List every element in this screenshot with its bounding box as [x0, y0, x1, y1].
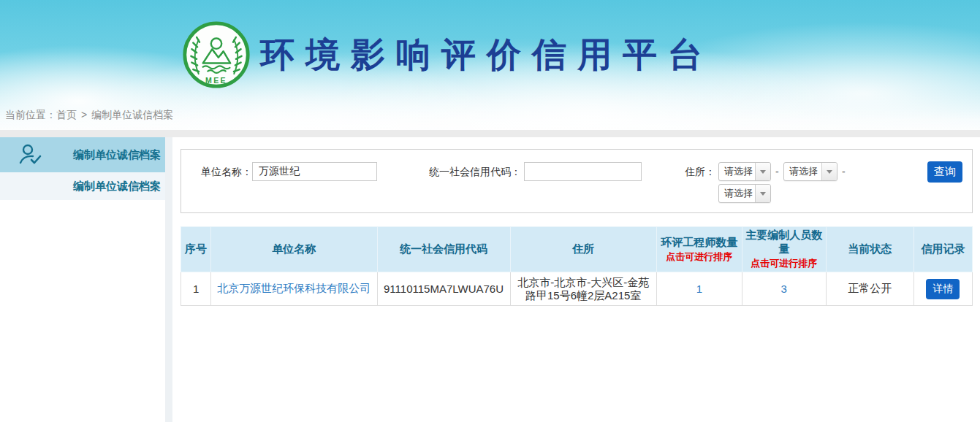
query-button[interactable]: 查询 [927, 161, 962, 183]
col-header-engineer-label: 环评工程师数量 [661, 236, 737, 248]
breadcrumb-prefix: 当前位置： [5, 109, 56, 120]
sort-hint: 点击可进行排序 [660, 250, 739, 264]
user-check-icon [18, 142, 42, 167]
results-table: 序号 单位名称 统一社会信用代码 住所 环评工程师数量 点击可进行排序 主要编制… [181, 226, 973, 306]
selected-option: 请选择 [719, 163, 755, 180]
col-header-staff-count-sortable[interactable]: 主要编制人员数量 点击可进行排序 [742, 227, 826, 272]
address-city-select[interactable]: 请选择 [783, 162, 837, 181]
selected-option: 请选择 [719, 185, 755, 202]
credit-code-input[interactable] [524, 162, 642, 181]
company-name-link[interactable]: 北京万源世纪环保科技有限公司 [217, 282, 371, 294]
col-header-company: 单位名称 [211, 227, 377, 272]
chevron-down-icon [755, 185, 770, 202]
sort-hint: 点击可进行排序 [745, 257, 823, 270]
breadcrumb-home-link[interactable]: 首页 [56, 109, 77, 120]
breadcrumb-separator: > [81, 109, 87, 120]
page-title: 环境影响评价信用平台 [260, 32, 713, 78]
cell-status: 正常公开 [826, 272, 913, 306]
breadcrumb: 当前位置：首页>编制单位诚信档案 [5, 109, 173, 122]
divider-horizontal [0, 130, 980, 137]
table-row: 1 北京万源世纪环保科技有限公司 91110115MA7LWUA76U 北京市-… [181, 272, 973, 306]
cell-address: 北京市-北京市-大兴区-金苑路甲15号6幢2层A215室 [510, 272, 656, 306]
col-header-status: 当前状态 [826, 227, 913, 272]
divider-vertical [165, 137, 172, 422]
address-label: 住所： [678, 162, 715, 181]
breadcrumb-current: 编制单位诚信档案 [91, 109, 173, 120]
engineer-count-link[interactable]: 1 [696, 283, 702, 295]
sidebar-subitem-unit-credit-archive[interactable]: 编制单位诚信档案 [0, 172, 165, 200]
selected-option: 请选择 [784, 163, 821, 180]
company-name-label: 单位名称： [196, 162, 252, 181]
sidebar-subitem-label: 编制单位诚信档案 [0, 180, 161, 193]
logo-text: MEE [205, 76, 227, 85]
cell-credit-code: 91110115MA7LWUA76U [377, 272, 510, 306]
table-header-row: 序号 单位名称 统一社会信用代码 住所 环评工程师数量 点击可进行排序 主要编制… [181, 227, 973, 272]
detail-button[interactable]: 详情 [926, 279, 960, 299]
mee-logo-icon: MEE [181, 20, 251, 90]
credit-code-label: 统一社会信用代码： [415, 162, 521, 181]
sidebar-item-unit-credit-archive[interactable]: 编制单位诚信档案 [0, 137, 165, 172]
brand: MEE 环境影响评价信用平台 [181, 20, 713, 90]
address-separator: - [775, 162, 779, 181]
col-header-engineer-count-sortable[interactable]: 环评工程师数量 点击可进行排序 [656, 227, 742, 272]
main-content: 单位名称： 统一社会信用代码： 住所： 请选择 - 请选择 - 请选择 查询 [172, 137, 980, 422]
col-header-credit-code: 统一社会信用代码 [377, 227, 510, 272]
chevron-down-icon [821, 163, 837, 180]
site-banner: MEE 环境影响评价信用平台 当前位置：首页>编制单位诚信档案 [0, 0, 980, 130]
col-header-staff-label: 主要编制人员数量 [745, 229, 822, 255]
col-header-index: 序号 [181, 227, 211, 272]
address-separator: - [842, 162, 846, 181]
search-panel: 单位名称： 统一社会信用代码： 住所： 请选择 - 请选择 - 请选择 查询 [181, 149, 973, 213]
sidebar: 编制单位诚信档案 编制单位诚信档案 [0, 137, 165, 422]
chevron-down-icon [755, 163, 770, 180]
col-header-address: 住所 [510, 227, 656, 272]
company-name-input[interactable] [252, 162, 377, 181]
staff-count-link[interactable]: 3 [781, 283, 787, 295]
cell-index: 1 [181, 272, 211, 306]
address-district-select[interactable]: 请选择 [718, 184, 771, 203]
col-header-credit-record: 信用记录 [913, 227, 972, 272]
address-province-select[interactable]: 请选择 [718, 162, 771, 181]
